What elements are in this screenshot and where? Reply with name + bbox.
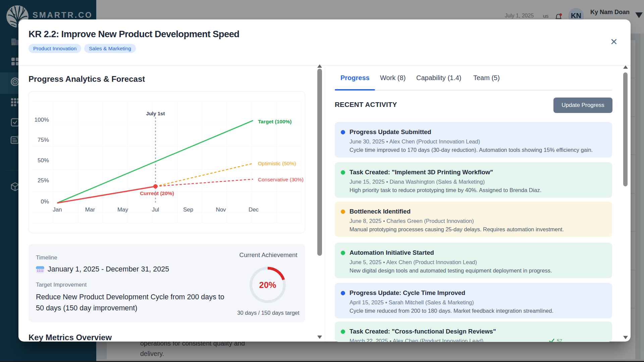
- svg-text:Dec: Dec: [249, 206, 259, 213]
- svg-text:Optimistic (50%): Optimistic (50%): [258, 161, 296, 166]
- svg-text:57: 57: [557, 338, 562, 342]
- svg-text:0%: 0%: [41, 198, 49, 205]
- svg-text:Conservative (30%): Conservative (30%): [258, 177, 304, 182]
- svg-text:50%: 50%: [38, 157, 49, 164]
- svg-text:100%: 100%: [35, 117, 49, 123]
- svg-text:25%: 25%: [38, 177, 49, 184]
- svg-text:75%: 75%: [38, 137, 49, 143]
- svg-text:Nov: Nov: [216, 206, 226, 213]
- svg-text:May: May: [117, 206, 128, 213]
- svg-text:20%: 20%: [259, 280, 276, 290]
- svg-text:Sep: Sep: [183, 206, 193, 213]
- svg-text:Current (20%): Current (20%): [140, 190, 174, 196]
- svg-text:Target (100%): Target (100%): [258, 119, 292, 124]
- svg-text:Jul: Jul: [152, 206, 159, 213]
- svg-text:Jan: Jan: [53, 206, 62, 213]
- svg-text:July 1st: July 1st: [146, 111, 165, 116]
- svg-text:Mar: Mar: [85, 206, 95, 213]
